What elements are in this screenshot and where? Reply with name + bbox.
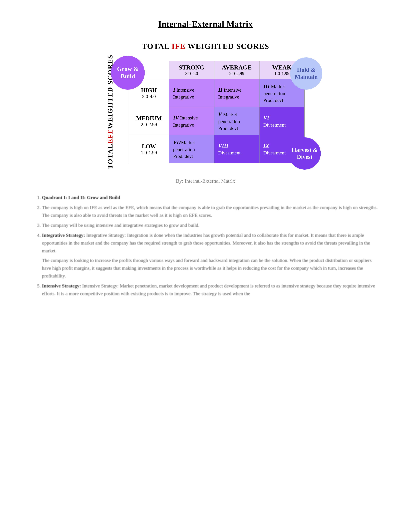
body-text: Quadrant I: I and II: Grow and Build The… [32, 194, 379, 297]
ife-header-text1: TOTAL [142, 42, 172, 50]
low-row: LOW 1.0-1.99 VIIMarketpenetrationProd. d… [129, 135, 304, 163]
average-label: AVERAGE [222, 64, 252, 71]
page-title: Internal-External Matrix [32, 19, 379, 29]
matrix-area: TOTAL EFE WEIGHTED SCORES Grow &Build Ho… [106, 56, 305, 168]
body-para-3: Integrative Strategy: Integrative Strate… [42, 231, 379, 280]
header-row: STRONG 3.0-4.0 AVERAGE 2.0-2.99 WEAK 1.0… [129, 61, 304, 79]
cell-II: II IntensiveIntegrative [214, 79, 259, 107]
efe-label-text1: TOTAL [106, 144, 114, 169]
circle-hold: Hold &Maintain [290, 57, 322, 90]
body-para-2: The company will be using intensive and … [42, 221, 379, 229]
strong-header: STRONG 3.0-4.0 [169, 61, 214, 79]
matrix-container: Grow &Build Hold &Maintain Harvest &Dive… [116, 61, 305, 163]
high-row: HIGH 3.0-4.0 I IntensiveIntegrative II I… [129, 79, 304, 107]
strong-score: 3.0-4.0 [172, 71, 211, 76]
ie-matrix-table: STRONG 3.0-4.0 AVERAGE 2.0-2.99 WEAK 1.0… [129, 61, 305, 163]
weak-label: WEAK [272, 64, 291, 71]
average-header: AVERAGE 2.0-2.99 [214, 61, 259, 79]
body-para-4: Intensive Strategy: Intensive Strategy: … [42, 282, 379, 297]
strong-label: STRONG [179, 64, 205, 71]
ife-header-text2: WEIGHTED SCORES [186, 42, 269, 50]
medium-label: MEDIUM 2.0-2.99 [129, 107, 169, 135]
low-label: LOW 1.0-1.99 [129, 135, 169, 163]
efe-label-efe: EFE [106, 129, 114, 144]
attribution: By: Internal-External Matrix [32, 178, 379, 184]
ife-header: TOTAL IFE WEIGHTED SCORES [142, 42, 269, 51]
cell-VIII: VIIIDivestment [214, 135, 259, 163]
cell-IV: IV IntensiveIntegrative [169, 107, 214, 135]
ife-label: IFE [172, 42, 186, 50]
cell-VI: VIDivestment [259, 107, 304, 135]
matrix-section: TOTAL IFE WEIGHTED SCORES TOTAL EFE WEIG… [32, 42, 379, 168]
cell-VII: VIIMarketpenetrationProd. devt [169, 135, 214, 163]
body-para-1: The company is high on IFE as well as th… [42, 204, 379, 219]
cell-I: I IntensiveIntegrative [169, 79, 214, 107]
cell-V: V MarketpenetrationProd. devt [214, 107, 259, 135]
circle-grow: Grow &Build [111, 56, 145, 90]
intro-label: Quadrant I: I and II: Grow and Build [42, 195, 120, 200]
average-score: 2.0-2.99 [217, 71, 257, 76]
circle-harvest: Harvest &Divest [289, 137, 321, 170]
medium-row: MEDIUM 2.0-2.99 IV IntensiveIntegrative … [129, 107, 304, 135]
